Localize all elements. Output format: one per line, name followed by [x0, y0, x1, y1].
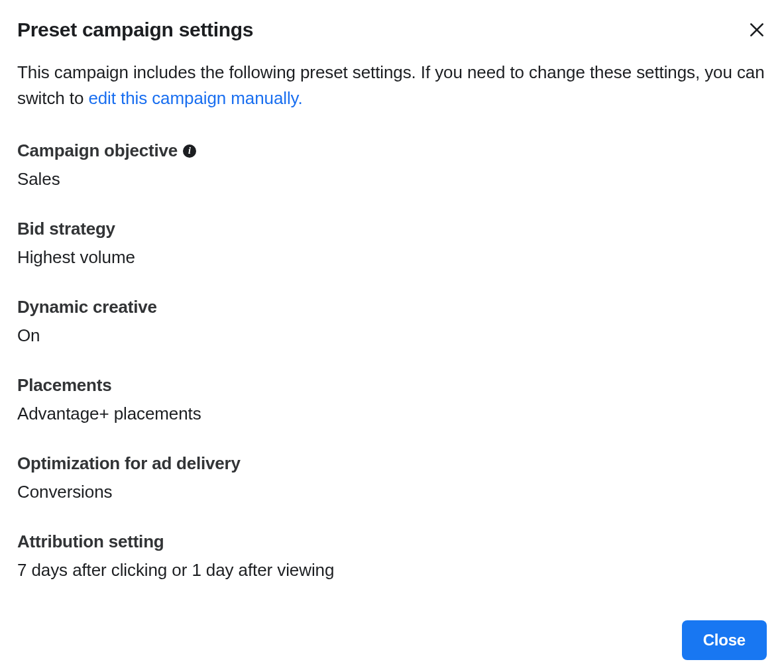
setting-label-row: Attribution setting	[17, 532, 767, 552]
info-icon[interactable]: i	[183, 144, 196, 158]
dialog-footer: Close	[682, 620, 767, 660]
setting-label: Dynamic creative	[17, 297, 157, 317]
setting-optimization: Optimization for ad delivery Conversions	[17, 453, 767, 502]
setting-bid-strategy: Bid strategy Highest volume	[17, 219, 767, 268]
setting-value: Highest volume	[17, 247, 767, 268]
setting-label: Bid strategy	[17, 219, 115, 239]
setting-label: Campaign objective	[17, 140, 178, 161]
setting-value: Sales	[17, 169, 767, 190]
setting-label: Optimization for ad delivery	[17, 453, 241, 474]
setting-label: Placements	[17, 375, 112, 396]
setting-attribution: Attribution setting 7 days after clickin…	[17, 532, 767, 581]
setting-label-row: Optimization for ad delivery	[17, 453, 767, 474]
settings-list: Campaign objective i Sales Bid strategy …	[17, 140, 767, 581]
dialog-header: Preset campaign settings	[17, 19, 767, 41]
setting-value: Conversions	[17, 482, 767, 502]
close-button[interactable]: Close	[682, 620, 767, 660]
setting-label-row: Bid strategy	[17, 219, 767, 239]
close-icon[interactable]	[747, 20, 767, 40]
dialog-description: This campaign includes the following pre…	[17, 60, 767, 111]
edit-manually-link[interactable]: edit this campaign manually.	[88, 88, 302, 108]
setting-placements: Placements Advantage+ placements	[17, 375, 767, 424]
setting-value: Advantage+ placements	[17, 404, 767, 424]
setting-label-row: Campaign objective i	[17, 140, 767, 161]
dialog-title: Preset campaign settings	[17, 19, 253, 41]
setting-value: 7 days after clicking or 1 day after vie…	[17, 560, 767, 581]
setting-dynamic-creative: Dynamic creative On	[17, 297, 767, 346]
setting-label-row: Dynamic creative	[17, 297, 767, 317]
setting-label: Attribution setting	[17, 532, 164, 552]
setting-label-row: Placements	[17, 375, 767, 396]
setting-value: On	[17, 325, 767, 346]
setting-campaign-objective: Campaign objective i Sales	[17, 140, 767, 190]
